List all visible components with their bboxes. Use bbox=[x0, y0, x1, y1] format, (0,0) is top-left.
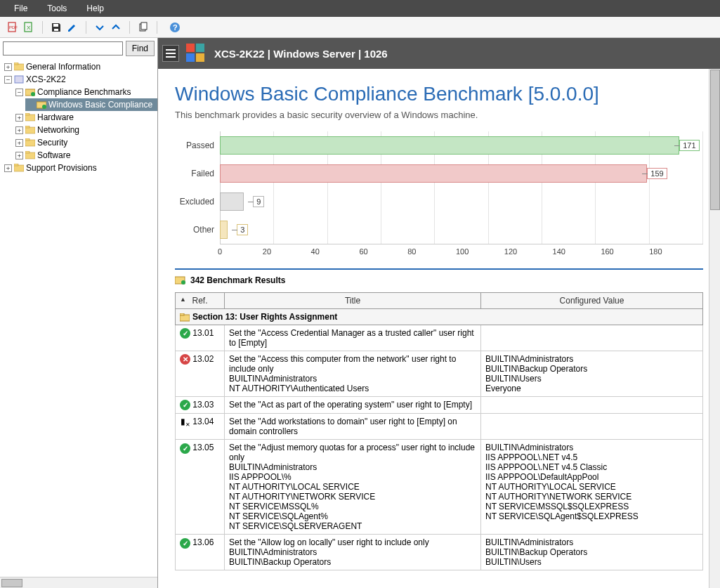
expand-button[interactable] bbox=[109, 20, 123, 34]
chart-tick: 80 bbox=[413, 244, 462, 261]
folder-icon bbox=[14, 63, 24, 71]
row-title: Set the "Add workstations to domain" use… bbox=[225, 414, 481, 440]
collapse-button[interactable] bbox=[93, 20, 107, 34]
svg-rect-18 bbox=[25, 113, 30, 115]
chart-value-label: 171 bbox=[679, 140, 699, 151]
tree-compliance-benchmarks[interactable]: − Compliance Benchmarks bbox=[14, 86, 157, 98]
svg-rect-26 bbox=[14, 164, 18, 166]
menu-icon[interactable] bbox=[162, 45, 179, 62]
chart-tick: 0 bbox=[220, 244, 268, 261]
chart-category-label: Other bbox=[175, 216, 220, 244]
svg-rect-12 bbox=[15, 76, 23, 83]
chart-tick: 100 bbox=[462, 244, 510, 261]
svg-rect-20 bbox=[25, 126, 30, 128]
status-pass-icon: ✓ bbox=[180, 328, 190, 339]
menu-file[interactable]: File bbox=[4, 1, 37, 16]
help-button[interactable]: ? bbox=[168, 20, 182, 34]
edit-button[interactable] bbox=[65, 20, 79, 34]
benchmark-icon bbox=[37, 100, 46, 109]
table-row[interactable]: ✓ 13.05Set the "Adjust memory quotas for… bbox=[176, 440, 703, 535]
chart-bar: 3 bbox=[220, 221, 228, 239]
toolbar: PDF X ? bbox=[0, 17, 720, 38]
tree-support-provisions[interactable]: + Support Provisions bbox=[3, 162, 157, 174]
copy-button[interactable] bbox=[136, 20, 150, 34]
export-pdf-button[interactable]: PDF bbox=[6, 20, 20, 34]
svg-point-14 bbox=[31, 92, 35, 96]
status-pass-icon: ✓ bbox=[180, 400, 190, 410]
tree-label: Software bbox=[37, 150, 70, 160]
menu-tools[interactable]: Tools bbox=[37, 1, 77, 16]
content-pane: XCS-2K22 | Windows Server | 1026 Windows… bbox=[158, 38, 720, 588]
tree-label: Support Provisions bbox=[26, 163, 97, 173]
tree-networking[interactable]: +Networking bbox=[14, 124, 157, 136]
find-button[interactable]: Find bbox=[126, 41, 155, 56]
table-row[interactable]: ✓ 13.03Set the "Act as part of the opera… bbox=[176, 397, 703, 414]
tree-label: General Information bbox=[26, 62, 100, 72]
tree-security[interactable]: +Security bbox=[14, 136, 157, 149]
row-title: Set the "Allow log on locally" user righ… bbox=[225, 535, 481, 570]
product-logo-icon bbox=[185, 42, 207, 65]
row-value: BUILTIN\AdministratorsBUILTIN\Backup Ope… bbox=[481, 351, 703, 397]
section-divider bbox=[175, 268, 703, 270]
svg-rect-19 bbox=[25, 127, 35, 133]
svg-point-16 bbox=[42, 105, 46, 109]
content-body: Windows Basic Compliance Benchmark [5.0.… bbox=[158, 69, 720, 588]
row-title: Set the "Adjust memory quotas for a proc… bbox=[225, 440, 481, 535]
menu-help[interactable]: Help bbox=[77, 1, 114, 16]
svg-rect-17 bbox=[25, 115, 35, 121]
table-row[interactable]: ▮✕ 13.04Set the "Add workstations to dom… bbox=[176, 414, 703, 440]
table-row[interactable]: ✓ 13.06Set the "Allow log on locally" us… bbox=[176, 535, 703, 570]
svg-rect-24 bbox=[25, 151, 30, 153]
results-table: ▲Ref. Title Configured Value Section 13:… bbox=[175, 292, 703, 570]
tree-label: Hardware bbox=[37, 112, 74, 122]
svg-rect-23 bbox=[25, 152, 35, 159]
chart-tick: 160 bbox=[606, 244, 655, 261]
chart-tick: 40 bbox=[317, 244, 365, 261]
svg-rect-7 bbox=[141, 22, 147, 30]
table-row[interactable]: ✕ 13.02Set the "Access this computer fro… bbox=[176, 351, 703, 397]
toolbar-separator bbox=[42, 21, 43, 34]
row-title: Set the "Access Credential Manager as a … bbox=[225, 325, 481, 351]
status-fail-icon: ✕ bbox=[180, 354, 190, 365]
toolbar-separator bbox=[129, 21, 130, 34]
tree-windows-basic-compliance[interactable]: Windows Basic Compliance bbox=[25, 98, 157, 111]
col-ref[interactable]: ▲Ref. bbox=[176, 293, 225, 309]
sidebar-scrollbar[interactable] bbox=[0, 577, 157, 588]
export-excel-button[interactable]: X bbox=[22, 20, 36, 34]
table-row[interactable]: ✓ 13.01Set the "Access Credential Manage… bbox=[176, 325, 703, 351]
results-count: 342 Benchmark Results bbox=[175, 275, 703, 285]
chart-category-label: Excluded bbox=[175, 188, 220, 216]
status-pass-icon: ✓ bbox=[180, 538, 190, 549]
tree-software[interactable]: +Software bbox=[14, 149, 157, 162]
tree-label: Networking bbox=[37, 125, 79, 135]
tree-hardware[interactable]: +Hardware bbox=[14, 111, 157, 124]
svg-rect-10 bbox=[14, 64, 24, 70]
chart-value-label: 9 bbox=[253, 196, 264, 207]
page-subtitle: This benchmark provides a basic security… bbox=[175, 110, 703, 120]
col-title[interactable]: Title bbox=[225, 293, 481, 309]
chart-category-label: Passed bbox=[175, 131, 220, 159]
svg-point-28 bbox=[181, 280, 185, 285]
chart-bar: 159 bbox=[220, 164, 647, 183]
svg-rect-22 bbox=[25, 138, 30, 141]
chart-bar: 9 bbox=[220, 192, 244, 211]
row-title: Set the "Access this computer from the n… bbox=[225, 351, 481, 397]
toolbar-separator bbox=[86, 21, 86, 34]
row-value bbox=[481, 414, 703, 440]
svg-rect-4 bbox=[53, 24, 58, 27]
status-pass-icon: ✓ bbox=[180, 443, 190, 454]
section-row[interactable]: Section 13: User Rights Assignment bbox=[176, 309, 703, 325]
content-scrollbar[interactable] bbox=[709, 69, 720, 588]
tree-host[interactable]: − XCS-2K22 bbox=[3, 73, 157, 86]
folder-icon bbox=[25, 151, 35, 159]
save-button[interactable] bbox=[49, 20, 63, 34]
nav-tree[interactable]: + General Information − XCS-2K22 bbox=[0, 59, 157, 577]
search-input[interactable] bbox=[3, 41, 123, 55]
benchmark-icon bbox=[175, 275, 186, 285]
content-header: XCS-2K22 | Windows Server | 1026 bbox=[158, 38, 720, 69]
folder-icon bbox=[25, 126, 35, 134]
tree-general-information[interactable]: + General Information bbox=[3, 60, 157, 73]
svg-rect-11 bbox=[14, 63, 18, 65]
col-value[interactable]: Configured Value bbox=[481, 293, 703, 309]
sort-asc-icon: ▲ bbox=[180, 296, 186, 303]
